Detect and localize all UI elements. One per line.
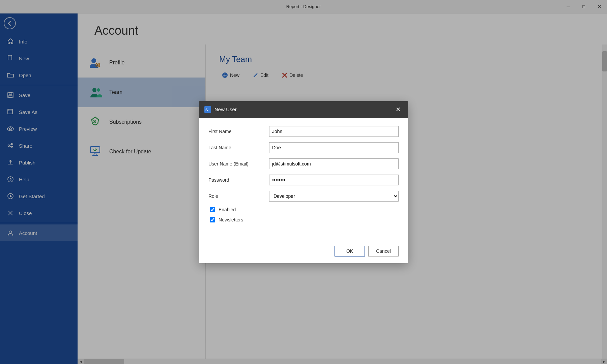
password-input[interactable] <box>269 175 399 185</box>
last-name-label: Last Name <box>208 145 269 150</box>
modal-header-left: S New User <box>204 106 237 113</box>
username-label: User Name (Email) <box>208 161 269 166</box>
cancel-button[interactable]: Cancel <box>368 246 399 256</box>
first-name-input[interactable] <box>269 126 399 137</box>
new-user-modal: S New User ✕ First Name Last Name User N… <box>199 101 408 263</box>
enabled-row: Enabled <box>208 207 399 212</box>
role-row: Role Developer Administrator User Design… <box>208 191 399 202</box>
modal-header: S New User ✕ <box>199 101 408 118</box>
username-row: User Name (Email) <box>208 158 399 169</box>
last-name-input[interactable] <box>269 142 399 153</box>
modal-body: First Name Last Name User Name (Email) P… <box>199 118 408 242</box>
modal-separator <box>208 228 399 228</box>
password-label: Password <box>208 177 269 183</box>
enabled-label: Enabled <box>219 207 236 212</box>
first-name-label: First Name <box>208 129 269 134</box>
newsletters-row: Newsletters <box>208 217 399 222</box>
password-row: Password <box>208 175 399 185</box>
svg-text:S: S <box>205 108 208 112</box>
last-name-row: Last Name <box>208 142 399 153</box>
modal-close-button[interactable]: ✕ <box>394 105 403 114</box>
first-name-row: First Name <box>208 126 399 137</box>
role-select[interactable]: Developer Administrator User Designer <box>269 191 399 202</box>
newsletters-label: Newsletters <box>219 217 243 222</box>
modal-footer: OK Cancel <box>199 242 408 263</box>
modal-title: New User <box>214 107 237 112</box>
modal-icon: S <box>204 106 211 113</box>
modal-overlay[interactable]: S New User ✕ First Name Last Name User N… <box>0 0 607 364</box>
ok-button[interactable]: OK <box>335 246 365 256</box>
enabled-checkbox[interactable] <box>210 207 215 212</box>
username-input[interactable] <box>269 158 399 169</box>
newsletters-checkbox[interactable] <box>210 217 215 222</box>
role-label: Role <box>208 193 269 199</box>
